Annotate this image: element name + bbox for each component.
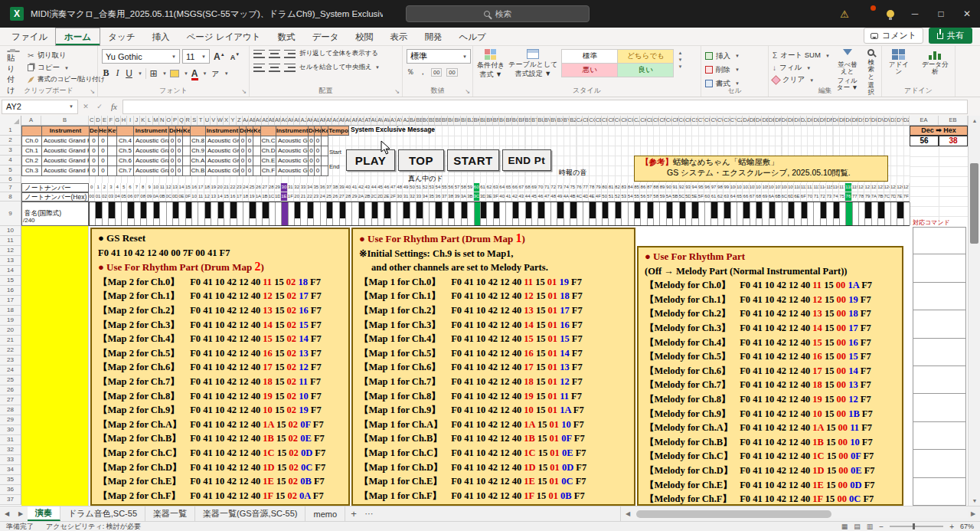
note-hex-cell-73[interactable]: 49: [557, 192, 563, 202]
col-header-V[interactable]: V: [211, 116, 217, 125]
idea-lightbulb-icon[interactable]: [879, 0, 902, 28]
note-dec-cell-95[interactable]: 95: [698, 183, 704, 192]
note-dec-cell-127[interactable]: 127: [903, 183, 910, 192]
inst-cell[interactable]: Ch.E: [261, 156, 276, 166]
row-header-11[interactable]: 11: [0, 236, 21, 246]
col-header-CV[interactable]: CV: [710, 116, 717, 125]
piano-key-31[interactable]: [289, 202, 295, 225]
inst-cell[interactable]: 0: [176, 136, 183, 146]
row-header-19[interactable]: 19: [0, 316, 21, 326]
piano-key-50[interactable]: [410, 202, 416, 225]
piano-key-89[interactable]: [660, 202, 666, 225]
note-dec-cell-40[interactable]: 40: [345, 183, 351, 192]
note-dec-cell-41[interactable]: 41: [351, 183, 358, 192]
piano-key-25[interactable]: [250, 202, 256, 225]
col-header-AR[interactable]: AR: [351, 116, 358, 125]
col-header-BT[interactable]: BT: [531, 116, 537, 125]
col-header-CC[interactable]: CC: [589, 116, 595, 125]
piano-key-84[interactable]: [629, 202, 635, 225]
note-dec-cell-5[interactable]: 5: [121, 183, 127, 192]
col-header-T[interactable]: T: [198, 116, 204, 125]
name-box[interactable]: AY2▼: [2, 100, 78, 114]
note-hex-cell-124[interactable]: 7C: [884, 192, 890, 202]
note-hex-cell-57[interactable]: 39: [454, 192, 460, 202]
note-hex-cell-78[interactable]: 4E: [589, 192, 595, 202]
piano-key-112[interactable]: [808, 202, 814, 225]
inst-cell[interactable]: [108, 136, 117, 146]
inst-cell[interactable]: [108, 156, 117, 166]
col-header-CJ[interactable]: CJ: [634, 116, 640, 125]
col-header-AU[interactable]: AU: [371, 116, 377, 125]
col-header-DK[interactable]: DK: [807, 116, 813, 125]
note-hex-cell-94[interactable]: 5E: [691, 192, 697, 202]
note-hex-cell-88[interactable]: 58: [653, 192, 659, 202]
col-header-A[interactable]: A: [21, 116, 41, 125]
zoom-in-button[interactable]: +: [949, 523, 954, 531]
note-hex-cell-100[interactable]: 64: [730, 192, 737, 202]
row-header-7[interactable]: 7: [0, 183, 21, 192]
col-header-DG[interactable]: DG: [782, 116, 788, 125]
piano-key-43[interactable]: [365, 202, 371, 225]
col-header-DQ[interactable]: DQ: [845, 116, 851, 125]
col-header-AW[interactable]: AW: [384, 116, 390, 125]
alignment-dialog-launcher[interactable]: ↘: [394, 88, 400, 95]
note-dec-cell-125[interactable]: 125: [890, 183, 897, 192]
note-dec-cell-44[interactable]: 44: [371, 183, 377, 192]
note-hex-cell-11[interactable]: 0B: [159, 192, 165, 202]
inst-cell[interactable]: 0: [240, 156, 247, 166]
col-header-Z[interactable]: Z: [237, 116, 243, 125]
note-hex-cell-68[interactable]: 44: [525, 192, 531, 202]
note-hex-cell-108[interactable]: 6C: [782, 192, 788, 202]
note-dec-cell-122[interactable]: 122: [871, 183, 877, 192]
note-dec-cell-100[interactable]: 100: [730, 183, 737, 192]
note-hex-cell-39[interactable]: 27: [339, 192, 345, 202]
row-header-34[interactable]: 34: [0, 465, 21, 475]
piano-key-40[interactable]: [346, 202, 352, 225]
col-header-BY[interactable]: BY: [564, 116, 570, 125]
note-dec-cell-82[interactable]: 82: [615, 183, 621, 192]
note-dec-cell-96[interactable]: 96: [704, 183, 710, 192]
piano-key-120[interactable]: [859, 202, 865, 225]
col-header-D[interactable]: D: [95, 116, 101, 125]
row-header-5[interactable]: 5: [0, 166, 21, 175]
inst-cell[interactable]: Acoustic Grand Piano: [134, 156, 169, 166]
inst-cell[interactable]: 0: [247, 156, 253, 166]
insert-function-icon[interactable]: fx: [107, 102, 121, 111]
note-dec-cell-105[interactable]: 105: [762, 183, 768, 192]
inst-cell[interactable]: [322, 146, 328, 156]
col-header-BU[interactable]: BU: [537, 116, 544, 125]
piano-key-74[interactable]: [564, 202, 570, 225]
note-dec-cell-30[interactable]: 30: [281, 183, 287, 192]
piano-key-73[interactable]: [557, 202, 564, 225]
close-button[interactable]: ✕: [954, 0, 980, 28]
piano-key-87[interactable]: [648, 202, 654, 225]
col-header-L[interactable]: L: [146, 116, 152, 125]
note-dec-cell-58[interactable]: 58: [461, 183, 467, 192]
piano-key-62[interactable]: [487, 202, 493, 225]
note-hex-cell-77[interactable]: 4D: [583, 192, 589, 202]
col-header-X[interactable]: X: [224, 116, 230, 125]
autosum-button[interactable]: Σオート SUM▼: [773, 51, 830, 61]
col-header-BJ[interactable]: BJ: [467, 116, 473, 125]
col-header-BW[interactable]: BW: [550, 116, 557, 125]
piano-key-1[interactable]: [96, 202, 102, 225]
row-header-1[interactable]: 1: [0, 126, 21, 136]
inst-cell[interactable]: [183, 166, 191, 176]
note-hex-cell-46[interactable]: 2E: [384, 192, 390, 202]
piano-key-76[interactable]: [577, 202, 583, 225]
inst-cell[interactable]: Ch.5: [117, 146, 134, 156]
piano-key-24[interactable]: [243, 202, 250, 225]
scroll-down-icon[interactable]: ▼: [969, 496, 980, 506]
piano-key-3[interactable]: [109, 202, 115, 225]
col-header-DM[interactable]: DM: [820, 116, 826, 125]
inst-cell[interactable]: 0: [315, 136, 322, 146]
piano-key-79[interactable]: [596, 202, 603, 225]
note-hex-cell-106[interactable]: 6A: [769, 192, 775, 202]
gallery-down-icon[interactable]: ▼: [678, 57, 682, 62]
select-all-corner[interactable]: [0, 116, 21, 126]
note-dec-cell-54[interactable]: 54: [435, 183, 441, 192]
row-header-12[interactable]: 12: [0, 246, 21, 256]
col-header-CB[interactable]: CB: [583, 116, 589, 125]
vertical-scroll-thumb[interactable]: [970, 163, 978, 244]
note-hex-cell-110[interactable]: 6E: [794, 192, 800, 202]
